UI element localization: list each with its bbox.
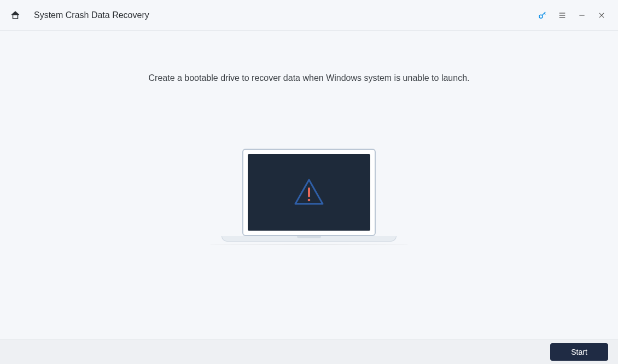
laptop-screen [248,154,370,231]
laptop-illustration [216,149,402,245]
start-button[interactable]: Start [550,343,608,361]
svg-line-3 [544,13,545,14]
close-button[interactable] [592,5,611,25]
subtitle-text: Create a bootable drive to recover data … [149,73,470,83]
svg-point-11 [308,199,311,202]
main-content: Create a bootable drive to recover data … [0,31,618,339]
laptop-base [221,236,397,242]
svg-rect-0 [13,15,18,19]
footer-bar: Start [0,339,618,364]
home-icon[interactable] [10,10,21,21]
key-icon[interactable] [533,5,552,25]
laptop-bezel [242,149,376,236]
menu-icon[interactable] [552,5,572,25]
app-window: System Crash Data Recovery [0,0,618,364]
warning-triangle-icon [293,178,325,207]
laptop-shadow [211,244,407,245]
svg-point-1 [539,15,543,18]
titlebar: System Crash Data Recovery [0,0,618,31]
page-title: System Crash Data Recovery [34,10,149,20]
minimize-button[interactable] [572,5,592,25]
